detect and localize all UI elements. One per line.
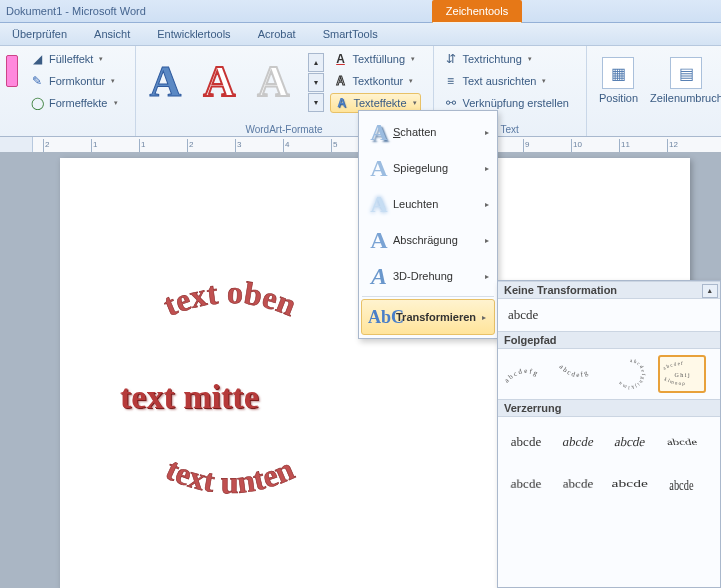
thumb-warp-2[interactable]: abcde — [554, 423, 602, 461]
section-warp: Verzerrung — [498, 399, 720, 417]
scroll-up-button[interactable]: ▴ — [702, 284, 718, 298]
dropdown-arrow-icon: ▾ — [111, 77, 115, 85]
thumb-warp-5[interactable]: abcde — [499, 468, 553, 504]
thumb-no-transform[interactable]: abcde — [498, 299, 720, 331]
gallery-down-button[interactable]: ▾ — [308, 73, 324, 92]
ruler-number: 9 — [525, 140, 529, 149]
form-contour-button[interactable]: ✎ Formkontur ▾ — [26, 71, 121, 91]
position-button[interactable]: ▦ Position — [593, 53, 644, 108]
gallery-more-button[interactable]: ▾ — [308, 93, 324, 112]
tab-view[interactable]: Ansicht — [82, 23, 142, 45]
menu-3d-rotation-label: 3D-Drehung — [393, 270, 453, 282]
tab-acrobat[interactable]: Acrobat — [246, 23, 308, 45]
wordart-gallery[interactable]: A A A — [142, 53, 298, 109]
text-fill-button[interactable]: A Textfüllung ▾ — [330, 49, 421, 69]
menu-reflection[interactable]: A Spiegelung ▸ — [359, 150, 497, 186]
chevron-right-icon: ▸ — [485, 128, 489, 137]
thumb-follow-path-arch[interactable]: a b c d e f g — [502, 355, 550, 393]
menu-shadow[interactable]: A Schatten ▸ — [359, 114, 497, 150]
text-direction-icon: ⇵ — [443, 51, 459, 67]
paint-bucket-icon: ◢ — [29, 51, 45, 67]
text-contour-icon: A — [333, 73, 349, 89]
dropdown-arrow-icon: ▾ — [114, 99, 118, 107]
ruler-number: 4 — [285, 140, 289, 149]
glow-icon: A — [365, 191, 393, 218]
dropdown-arrow-icon: ▾ — [409, 77, 413, 85]
thumb-warp-1[interactable]: abcde — [502, 423, 550, 461]
shadow-icon: A — [365, 119, 393, 146]
ruler-tick — [235, 139, 236, 153]
ruler-tick — [139, 139, 140, 153]
text-wrap-button[interactable]: ▤ Zeilenumbruch — [644, 53, 721, 108]
thumb-follow-path-circle[interactable]: a b c d e f g h i j k l m n — [606, 355, 654, 393]
wordart-text-top[interactable]: text oben — [158, 274, 301, 323]
tab-smarttools[interactable]: SmartTools — [311, 23, 390, 45]
menu-bevel[interactable]: A Abschrägung ▸ — [359, 222, 497, 258]
gallery-up-button[interactable]: ▴ — [308, 53, 324, 72]
menu-reflection-label: Spiegelung — [393, 162, 448, 174]
thumb-warp-6[interactable]: abcde — [551, 464, 605, 500]
menu-3d-rotation[interactable]: A 3D-Drehung ▸ — [359, 258, 497, 294]
dropdown-arrow-icon: ▾ — [411, 55, 415, 63]
svg-text:G h i j: G h i j — [674, 372, 690, 378]
ruler-tick — [331, 139, 332, 153]
thumb-warp-8[interactable]: abcde — [658, 465, 706, 503]
section-follow-path: Folgepfad — [498, 331, 720, 349]
transform-icon: AbC — [368, 307, 396, 328]
effects-icon: ◯ — [29, 95, 45, 111]
svg-text:abcde: abcde — [669, 476, 693, 494]
transform-gallery: Keine Transformation ▴ abcde Folgepfad a… — [497, 280, 721, 588]
rotation3d-icon: A — [365, 263, 393, 290]
text-contour-label: Textkontur — [353, 75, 404, 87]
menu-glow-label: Leuchten — [393, 198, 438, 210]
tab-developer[interactable]: Entwicklertools — [145, 23, 242, 45]
chevron-right-icon: ▸ — [482, 313, 486, 322]
wrap-label: Zeilenumbruch — [650, 92, 721, 104]
chevron-right-icon: ▸ — [485, 236, 489, 245]
shape-style-thumb[interactable] — [6, 55, 18, 87]
wrap-icon: ▤ — [670, 57, 702, 89]
thumb-follow-path-button[interactable]: a b c d e f G h i j k l m n o p — [658, 355, 706, 393]
menu-transform[interactable]: AbC Transformieren ▸ — [361, 299, 495, 335]
svg-text:a b c d e f g: a b c d e f g — [503, 367, 539, 384]
svg-text:abcde: abcde — [612, 478, 648, 490]
thumb-warp-4[interactable]: abcde — [655, 429, 710, 456]
pen-icon: ✎ — [29, 73, 45, 89]
tab-review[interactable]: Überprüfen — [0, 23, 79, 45]
wordart-style-1[interactable]: A — [142, 53, 190, 109]
context-tab-header: Zeichentools — [432, 0, 522, 22]
menu-glow[interactable]: A Leuchten ▸ — [359, 186, 497, 222]
text-contour-button[interactable]: A Textkontur ▾ — [330, 71, 421, 91]
form-contour-label: Formkontur — [49, 75, 105, 87]
wordart-text-middle[interactable]: text mitte — [120, 378, 259, 416]
text-align-button[interactable]: ≡ Text ausrichten ▾ — [440, 71, 572, 91]
ruler-tick — [91, 139, 92, 153]
ruler-tick — [283, 139, 284, 153]
fill-effect-button[interactable]: ◢ Fülleffekt ▾ — [26, 49, 121, 69]
thumb-warp-7[interactable]: abcde — [606, 465, 654, 503]
wordart-text-bottom[interactable]: text unten — [161, 450, 300, 500]
text-align-label: Text ausrichten — [463, 75, 537, 87]
ruler-number: 2 — [189, 140, 193, 149]
reflection-icon: A — [365, 155, 393, 182]
wordart-style-3[interactable]: A — [250, 53, 298, 109]
window-title: Dokument1 - Microsoft Word — [6, 0, 146, 22]
text-align-icon: ≡ — [443, 73, 459, 89]
thumb-warp-3[interactable]: abcde — [602, 423, 658, 461]
dropdown-arrow-icon: ▾ — [542, 77, 546, 85]
dropdown-arrow-icon: ▾ — [528, 55, 532, 63]
wordart-style-2[interactable]: A — [196, 53, 244, 109]
position-label: Position — [599, 92, 638, 104]
ruler-tick — [667, 139, 668, 153]
chevron-right-icon: ▸ — [485, 164, 489, 173]
thumb-follow-path-arch-inv[interactable]: a b c d e f g — [554, 355, 602, 393]
form-effects-button[interactable]: ◯ Formeffekte ▾ — [26, 93, 121, 113]
ruler-tick — [571, 139, 572, 153]
create-link-label: Verknüpfung erstellen — [463, 97, 569, 109]
text-direction-button[interactable]: ⇵ Textrichtung ▾ — [440, 49, 572, 69]
dropdown-arrow-icon: ▾ — [413, 99, 417, 107]
svg-text:a b c d e f g h i j k l m n: a b c d e f g h i j k l m n — [617, 358, 646, 390]
wordart-text-bottom-svg: text unten — [90, 428, 410, 548]
position-icon: ▦ — [602, 57, 634, 89]
bevel-icon: A — [365, 227, 393, 254]
